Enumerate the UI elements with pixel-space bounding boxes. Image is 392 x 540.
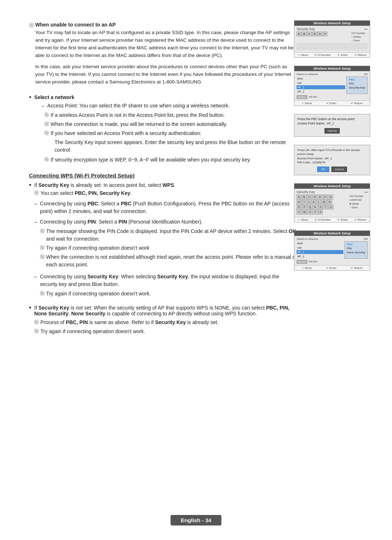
wns-menu-6: PBC PIN None Security bbox=[344, 241, 368, 259]
menu-6-pin: PIN bbox=[346, 246, 366, 250]
security-key-value-5: — bbox=[364, 190, 368, 194]
wns-list-header-6: Select a network 2/8 bbox=[297, 237, 368, 241]
right-labels-5: ### Number Lowercase ■ Delete ○ Done bbox=[350, 195, 368, 215]
screenshot-box-1: Wireless Network Setup Security Key — A … bbox=[294, 20, 370, 58]
screenshots-column: Wireless Network Setup Security Key — A … bbox=[294, 20, 370, 271]
wns-body-5: Security Key — ABCDEFG HIJKLMN OPQRSTU bbox=[294, 189, 370, 217]
sn-note-4: Ⓝ If security encryption type is WEP, 0~… bbox=[44, 156, 298, 164]
cancel-button-4[interactable]: Cancel bbox=[331, 167, 347, 172]
ad-hoc-btn-6: Ad-hoc bbox=[309, 260, 318, 264]
cancel-box-text: Press the PBC button on the access point… bbox=[297, 117, 367, 126]
security-key-value: — bbox=[364, 27, 368, 31]
wns-footer-6: ☆ Move ↵ Enter ↩ Return bbox=[294, 265, 370, 270]
search-btn: Search bbox=[297, 95, 307, 99]
wps-bullet-1: • If Security Key is already set: In acc… bbox=[29, 182, 298, 300]
key-d: D bbox=[312, 32, 317, 36]
para-2: In this case, ask your Internet service … bbox=[35, 63, 298, 86]
screenshot-box-2: Wireless Network Setup Select a network … bbox=[294, 66, 370, 106]
menu-pin: PIN bbox=[348, 82, 366, 86]
key-c: C bbox=[307, 32, 312, 36]
list-item-3: AP_1 bbox=[297, 85, 345, 89]
wps-b2-note-2: Ⓝ Try again if connecting operation does… bbox=[34, 328, 298, 335]
sn-note-2: Ⓝ When the connection is made, you will … bbox=[44, 120, 298, 128]
sn-note-3: Ⓝ If you have selected an Access Point w… bbox=[44, 130, 298, 137]
ok-button-4[interactable]: OK bbox=[317, 167, 330, 172]
wns-title-5: Wireless Network Setup bbox=[294, 184, 370, 189]
screenshot-box-6: Wireless Network Setup Select a network … bbox=[294, 230, 370, 271]
list-item-1: iiiniii bbox=[297, 77, 345, 81]
wns-footer-2: ☆ Move ↵ Enter ↩ Return bbox=[294, 101, 370, 106]
wps-heading: Connecting WPS (Wi-Fi Protected Setup) bbox=[29, 172, 298, 179]
right-labels-1: ### Number □ Delete ○ Done bbox=[351, 32, 368, 42]
ok-cancel-btns: OK Cancel bbox=[297, 167, 367, 172]
wps-bullet-2: • If Security Key is not set: When the s… bbox=[29, 305, 298, 337]
screenshot-box-3: Press the PBC button on the access point… bbox=[294, 114, 370, 137]
wns-list-2: Select a network 2/8 iiiniii ssii AP_1 A… bbox=[294, 71, 370, 101]
select-network-list: – Access Point: You can select the IP sh… bbox=[41, 102, 298, 164]
screenshot-box-4: Press OK. After input TV's Pincode in th… bbox=[294, 145, 370, 175]
wns-list-header-2: Select a network 2/8 bbox=[297, 73, 368, 76]
wns-body-1: Security Key — A B C D E F bbox=[294, 26, 370, 52]
wns-list-6: Select a network 2/8 iiiniii ssii AP_1 A… bbox=[294, 236, 370, 265]
pin-note-2: Ⓝ Try again if connecting operation does… bbox=[40, 244, 298, 252]
note-icon-1: Ⓝ bbox=[29, 22, 34, 29]
key-a: A bbox=[297, 32, 301, 36]
key-f: F bbox=[323, 32, 328, 36]
pin-note-3: Ⓝ When the connection is not established… bbox=[40, 253, 298, 269]
select-network-heading: Select a network bbox=[34, 94, 298, 100]
wps-b1-text: If Security Key is already set: In acces… bbox=[34, 182, 298, 188]
wps-dash-pbc: – Connecting by using PBC: Select a PBC … bbox=[34, 200, 298, 215]
screenshot-box-5: Wireless Network Setup Security Key — AB… bbox=[294, 183, 370, 222]
wps-b1-note: Ⓝ You can select PBC, PIN, Security Key. bbox=[34, 189, 298, 197]
wps-b2-text: If Security Key is not set: When the sec… bbox=[34, 305, 298, 316]
menu-pbc: PBC bbox=[348, 78, 366, 82]
wns-title-1: Wireless Network Setup bbox=[294, 21, 370, 26]
para-1: Your TV may fail to locate an AP that is… bbox=[35, 29, 298, 60]
menu-6-none: None Security bbox=[346, 250, 366, 254]
wps-dash-sk: – Connecting by using Security Key: When… bbox=[34, 273, 298, 299]
wps-b2-note-1: Ⓝ Process of PBC, PIN is same as above. … bbox=[34, 319, 298, 326]
wns-menu-2: PBC PIN Security Key bbox=[346, 77, 368, 94]
ap-note-row: Ⓝ When unable to connect to an AP Your T… bbox=[29, 22, 298, 89]
security-key-label-5: Security Key bbox=[297, 190, 315, 194]
security-key-label: Security Key bbox=[297, 27, 315, 31]
pin-note-1: Ⓝ The message showing the PIN Code is di… bbox=[40, 228, 298, 243]
ok-cancel-text: Press OK. After input TV's Pincode in th… bbox=[297, 148, 367, 164]
ap-heading: When unable to connect to an AP bbox=[35, 22, 298, 28]
key-b: B bbox=[302, 32, 306, 36]
wns-footer-1: ☆ Move 0~9 Number ↵ Enter ↩ Return bbox=[294, 52, 370, 57]
sk-note-1: Ⓝ Try again if connecting operation does… bbox=[40, 290, 298, 298]
sn-note-1: Ⓝ If a wireless Access Point is not in t… bbox=[44, 111, 298, 119]
wns-footer-5: ☆ Move 0~9 Number ↵ Enter ↩ Return bbox=[294, 217, 370, 222]
sn-indent: The Security Key input screen appears. E… bbox=[54, 139, 298, 154]
list-item-4: AP_2 bbox=[297, 90, 345, 94]
list-item-6-1: iiiniii bbox=[297, 241, 343, 245]
main-text: Ⓝ When unable to connect to an AP Your T… bbox=[29, 22, 305, 337]
menu-6-pbc: PBC bbox=[346, 242, 366, 246]
wns-title-6: Wireless Network Setup bbox=[294, 231, 370, 236]
wns-title-2: Wireless Network Setup bbox=[294, 66, 370, 71]
sn-item-1: – Access Point: You can select the IP sh… bbox=[41, 102, 298, 110]
list-item-6-4: AP_2 bbox=[297, 254, 343, 258]
key-e: E bbox=[318, 32, 322, 36]
list-item-6-3: AP_1 bbox=[297, 250, 343, 254]
menu-security-key: Security Key bbox=[348, 86, 366, 90]
cancel-button-3[interactable]: Cancel bbox=[324, 128, 340, 134]
search-btn-6: Search bbox=[297, 260, 307, 264]
wps-dash-pin: – Connecting by using PIN: Select a PIN … bbox=[34, 218, 298, 271]
ad-hoc-btn: Ad-hoc bbox=[309, 95, 318, 99]
select-network-section: • Select a network – Access Point: You c… bbox=[29, 94, 298, 165]
list-item-2: ssii bbox=[297, 81, 345, 85]
list-item-6-2: ssii bbox=[297, 246, 343, 250]
page-label: English - 34 bbox=[171, 515, 221, 525]
page: Wireless Network Setup Security Key — A … bbox=[0, 0, 392, 540]
